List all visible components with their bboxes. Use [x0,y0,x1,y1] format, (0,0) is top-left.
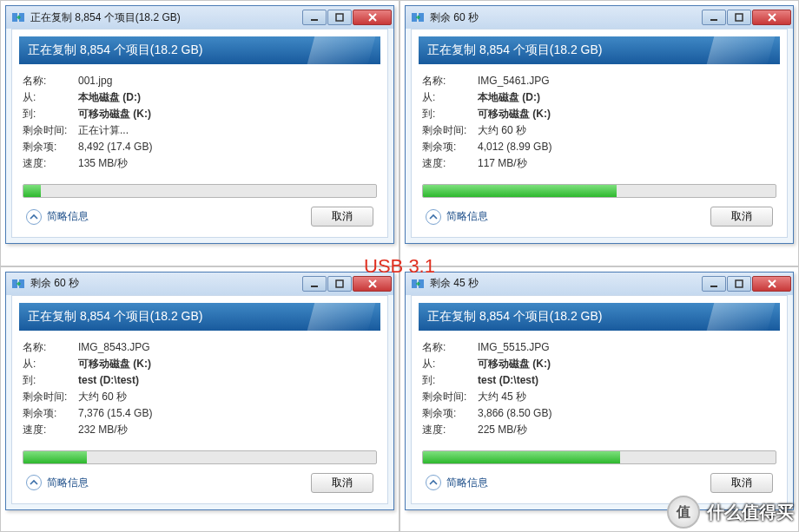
value-itemsleft: 8,492 (17.4 GB) [78,139,152,155]
svg-rect-3 [336,14,343,21]
chevron-up-icon [426,475,441,490]
label-to: 到: [422,372,478,389]
svg-rect-9 [736,14,743,21]
maximize-button[interactable] [727,10,751,25]
copy-header: 正在复制 8,854 个项目(18.2 GB) [419,303,780,331]
minimize-button[interactable] [302,10,327,25]
label-timeleft: 剩余时间: [422,122,478,139]
copy-dialog: 剩余 60 秒 正在复制 8,854 个项目(18.2 GB) 名称:IMG_8… [5,272,394,510]
value-to[interactable]: 可移动磁盘 (K:) [478,106,551,122]
window-title: 剩余 60 秒 [30,276,301,291]
progress-fill [423,185,617,197]
value-itemsleft: 3,866 (8.50 GB) [478,405,551,422]
label-timeleft: 剩余时间: [422,389,478,405]
value-name: IMG_5515.JPG [478,339,550,356]
cell-3: 剩余 45 秒 正在复制 8,854 个项目(18.2 GB) 名称:IMG_5… [400,266,799,533]
cell-1: 剩余 60 秒 正在复制 8,854 个项目(18.2 GB) 名称:IMG_5… [400,0,799,266]
label-name: 名称: [23,73,78,89]
progress-bar [422,450,776,464]
simple-info-toggle[interactable]: 简略信息 [26,475,89,490]
value-to[interactable]: test (D:\test) [478,372,538,389]
copy-dialog: 剩余 60 秒 正在复制 8,854 个项目(18.2 GB) 名称:IMG_5… [405,5,794,244]
minimize-button[interactable] [702,276,726,292]
value-speed: 232 MB/秒 [78,422,128,438]
label-name: 名称: [422,339,478,356]
simple-info-toggle[interactable]: 简略信息 [26,209,89,225]
value-to[interactable]: 可移动磁盘 (K:) [78,106,151,122]
close-button[interactable] [353,276,392,292]
value-timeleft: 大约 45 秒 [478,389,526,405]
chevron-up-icon [26,475,42,490]
maximize-button[interactable] [327,10,352,25]
close-button[interactable] [752,276,791,292]
center-annotation: USB 3.1 [364,255,435,278]
value-from[interactable]: 可移动磁盘 (K:) [478,356,551,372]
dialog-body: 正在复制 8,854 个项目(18.2 GB) 名称:IMG_5461.JPG … [411,29,788,238]
value-speed: 117 MB/秒 [478,155,527,172]
label-speed: 速度: [23,155,78,172]
label-itemsleft: 剩余项: [422,405,478,422]
window-icon [11,277,25,291]
cancel-button[interactable]: 取消 [710,473,773,493]
maximize-button[interactable] [727,276,751,292]
cancel-button[interactable]: 取消 [710,207,773,227]
progress-bar [23,450,377,464]
value-timeleft: 大约 60 秒 [78,389,127,405]
window-icon [411,277,425,291]
label-name: 名称: [422,73,478,89]
minimize-button[interactable] [302,276,327,292]
titlebar[interactable]: 正在复制 8,854 个项目(18.2 GB) [6,6,393,29]
value-itemsleft: 4,012 (8.99 GB) [478,139,551,155]
value-from[interactable]: 本地磁盘 (D:) [478,89,540,106]
value-timeleft: 正在计算... [78,122,129,139]
cell-2: 剩余 60 秒 正在复制 8,854 个项目(18.2 GB) 名称:IMG_8… [0,266,400,533]
simple-info-label: 简略信息 [446,209,488,224]
label-to: 到: [422,106,478,122]
label-to: 到: [23,372,78,389]
titlebar[interactable]: 剩余 60 秒 [406,6,793,29]
maximize-button[interactable] [327,276,352,292]
watermark-badge-icon: 值 [667,496,700,529]
close-button[interactable] [752,10,791,25]
watermark: 值 什么值得买 [667,496,794,529]
label-from: 从: [422,89,478,106]
chevron-up-icon [26,209,42,225]
simple-info-toggle[interactable]: 简略信息 [426,475,488,490]
copy-header: 正在复制 8,854 个项目(18.2 GB) [19,36,380,64]
copy-dialog: 正在复制 8,854 个项目(18.2 GB) 正在复制 8,854 个项目(1… [5,5,394,244]
chevron-up-icon [426,209,441,225]
cancel-button[interactable]: 取消 [311,473,373,493]
copy-dialog: 剩余 45 秒 正在复制 8,854 个项目(18.2 GB) 名称:IMG_5… [405,272,794,510]
value-from[interactable]: 可移动磁盘 (K:) [78,356,151,372]
minimize-button[interactable] [702,10,726,25]
label-from: 从: [23,356,78,372]
copy-header: 正在复制 8,854 个项目(18.2 GB) [19,303,380,331]
simple-info-toggle[interactable]: 简略信息 [426,209,488,225]
progress-fill [23,185,41,197]
label-timeleft: 剩余时间: [23,122,78,139]
label-timeleft: 剩余时间: [23,389,78,405]
progress-bar [422,184,776,198]
simple-info-label: 简略信息 [446,476,488,490]
value-from[interactable]: 本地磁盘 (D:) [78,89,141,106]
label-itemsleft: 剩余项: [23,139,78,155]
value-speed: 225 MB/秒 [478,422,527,438]
svg-rect-15 [336,280,343,287]
window-title: 正在复制 8,854 个项目(18.2 GB) [30,10,301,25]
label-speed: 速度: [422,422,478,438]
titlebar[interactable]: 剩余 45 秒 [406,273,793,295]
svg-rect-21 [736,280,743,287]
simple-info-label: 简略信息 [47,476,89,490]
titlebar[interactable]: 剩余 60 秒 [6,273,393,295]
dialog-body: 正在复制 8,854 个项目(18.2 GB) 名称:IMG_8543.JPG … [11,295,388,504]
label-from: 从: [23,89,78,106]
value-name: 001.jpg [78,73,112,89]
label-name: 名称: [23,339,78,356]
value-name: IMG_5461.JPG [478,73,550,89]
window-icon [11,10,25,24]
close-button[interactable] [353,10,392,25]
value-to[interactable]: test (D:\test) [78,372,139,389]
window-icon [411,10,425,24]
cancel-button[interactable]: 取消 [311,207,373,227]
cell-0: 正在复制 8,854 个项目(18.2 GB) 正在复制 8,854 个项目(1… [0,0,400,266]
